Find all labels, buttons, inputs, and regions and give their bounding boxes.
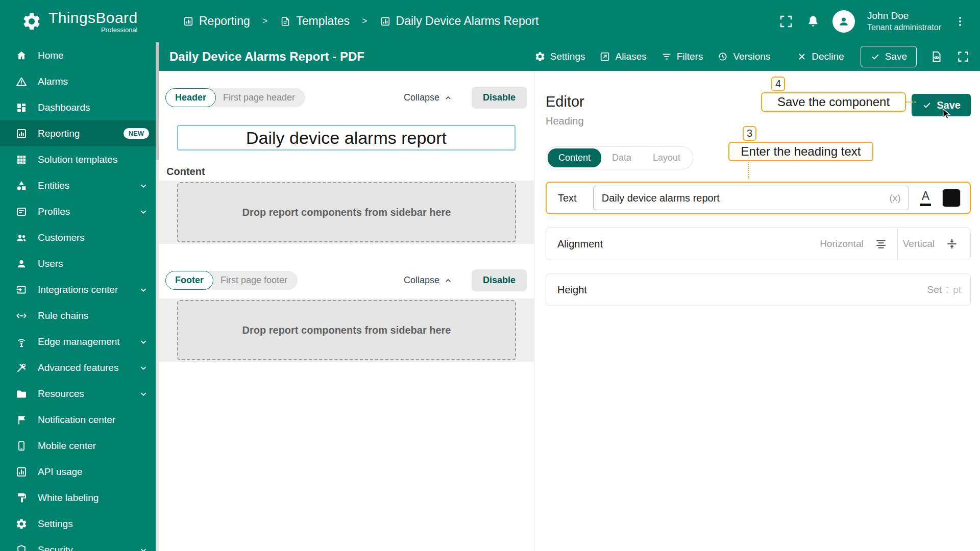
sidebar-item-integrations-center[interactable]: Integrations center bbox=[0, 277, 159, 303]
decline-button[interactable]: Decline bbox=[791, 47, 850, 66]
report-toolbar: Daily Device Alarms Report - PDF Setting… bbox=[159, 42, 980, 71]
versions-button[interactable]: Versions bbox=[711, 47, 776, 66]
footer-dropzone-band: Drop report components from sidebar here bbox=[159, 298, 534, 362]
sidebar-item-edge-management[interactable]: Edge management bbox=[0, 329, 159, 355]
color-swatch[interactable] bbox=[942, 189, 961, 207]
step-4-chip: 4 bbox=[771, 77, 785, 91]
category-icon bbox=[15, 180, 28, 192]
toolbar-save-button[interactable]: Save bbox=[861, 46, 917, 67]
settings-button[interactable]: Settings bbox=[528, 47, 592, 66]
chevron-down-icon bbox=[138, 388, 149, 399]
breadcrumb-label: Templates bbox=[296, 14, 350, 28]
step-4-connector bbox=[906, 102, 916, 103]
sidebar-item-alarms[interactable]: Alarms bbox=[0, 68, 159, 94]
footer-section-badge[interactable]: Footer bbox=[165, 271, 213, 290]
tab-layout[interactable]: Layout bbox=[642, 148, 691, 167]
tools-icon bbox=[15, 362, 28, 374]
font-color-button[interactable]: A bbox=[920, 190, 931, 206]
text-setting-card: Text (x) A bbox=[546, 182, 971, 214]
filters-button[interactable]: Filters bbox=[655, 47, 709, 66]
breadcrumb-item-current-report[interactable]: Daily Device Alarms Report bbox=[380, 14, 539, 28]
sidebar-item-reporting[interactable]: Reporting NEW bbox=[0, 120, 159, 146]
sidebar-scrollbar[interactable] bbox=[156, 42, 159, 551]
sidebar-item-security[interactable]: Security bbox=[0, 537, 159, 551]
fullscreen-button[interactable] bbox=[778, 14, 794, 29]
alignment-label: Alignment bbox=[557, 238, 603, 250]
sidebar-item-label: Security bbox=[38, 544, 73, 551]
sidebar-item-label: Advanced features bbox=[38, 362, 118, 373]
user-avatar[interactable] bbox=[832, 10, 855, 33]
content-dropzone[interactable]: Drop report components from sidebar here bbox=[177, 182, 516, 242]
more-menu-button[interactable] bbox=[953, 15, 967, 28]
content-section-label: Content bbox=[166, 166, 534, 178]
step-3-connector bbox=[748, 162, 749, 179]
footer-disable-button[interactable]: Disable bbox=[472, 269, 527, 291]
user-info[interactable]: John Doe Tenant administrator bbox=[867, 10, 941, 33]
flag-icon bbox=[15, 414, 28, 426]
user-name: John Doe bbox=[867, 10, 941, 22]
heading-canvas-input[interactable] bbox=[177, 125, 516, 151]
brand-logo[interactable]: ThingsBoard Professional bbox=[0, 9, 159, 34]
sidebar-item-rule-chains[interactable]: Rule chains bbox=[0, 303, 159, 329]
home-icon bbox=[15, 49, 28, 62]
sidebar-item-label: White labeling bbox=[38, 492, 99, 504]
toolbar-actions: Settings Aliases Filters Versions Declin… bbox=[528, 46, 970, 67]
vertical-label: Vertical bbox=[903, 238, 935, 249]
divider bbox=[897, 228, 898, 260]
gear-icon bbox=[15, 518, 28, 530]
heading-text-input[interactable] bbox=[593, 186, 909, 210]
first-page-header-toggle[interactable]: First page header bbox=[223, 92, 295, 103]
tab-content[interactable]: Content bbox=[548, 148, 601, 167]
sidebar-item-resources[interactable]: Resources bbox=[0, 381, 159, 407]
step-3-chip: 3 bbox=[743, 126, 756, 141]
first-page-footer-toggle[interactable]: First page footer bbox=[220, 275, 287, 286]
sidebar-item-home[interactable]: Home bbox=[0, 42, 159, 68]
sidebar-item-profiles[interactable]: Profiles bbox=[0, 198, 159, 224]
shield-icon bbox=[15, 544, 28, 551]
mouse-cursor-icon bbox=[940, 107, 953, 120]
chevron-up-icon bbox=[443, 276, 453, 286]
header-disable-button[interactable]: Disable bbox=[472, 87, 527, 109]
top-app-bar: ThingsBoard Professional Reporting > Tem… bbox=[0, 0, 980, 42]
chart-icon bbox=[380, 16, 391, 27]
chevron-down-icon bbox=[138, 284, 149, 295]
chart-icon bbox=[15, 466, 28, 478]
vertical-align-button[interactable] bbox=[941, 233, 963, 255]
people-icon bbox=[15, 232, 28, 244]
sidebar-item-settings[interactable]: Settings bbox=[0, 511, 159, 537]
tab-data[interactable]: Data bbox=[601, 148, 642, 167]
header-collapse-button[interactable]: Collapse bbox=[404, 92, 453, 103]
sidebar-item-users[interactable]: Users bbox=[0, 251, 159, 277]
sidebar-item-label: Edge management bbox=[38, 336, 120, 347]
brand-subtitle: Professional bbox=[48, 26, 138, 34]
document-preview-icon bbox=[930, 50, 943, 63]
height-value-input[interactable] bbox=[914, 284, 942, 295]
align-vertical-icon bbox=[945, 237, 959, 251]
sidebar-item-notification-center[interactable]: Notification center bbox=[0, 407, 159, 433]
preview-report-button[interactable] bbox=[930, 50, 943, 63]
sidebar-item-customers[interactable]: Customers bbox=[0, 224, 159, 251]
scrollbar-thumb[interactable] bbox=[156, 42, 159, 160]
function-fx-button[interactable]: (x) bbox=[890, 192, 901, 204]
sidebar-item-white-labeling[interactable]: White labeling bbox=[0, 485, 159, 511]
height-stepper[interactable] bbox=[944, 285, 951, 294]
sidebar-item-api-usage[interactable]: API usage bbox=[0, 459, 159, 485]
notifications-button[interactable] bbox=[806, 14, 820, 29]
breadcrumb-item-reporting[interactable]: Reporting bbox=[183, 14, 250, 28]
sidebar-item-dashboards[interactable]: Dashboards bbox=[0, 94, 159, 120]
sidebar-item-advanced-features[interactable]: Advanced features bbox=[0, 355, 159, 381]
breadcrumb-item-templates[interactable]: Templates bbox=[280, 14, 350, 28]
sidebar-item-label: Profiles bbox=[38, 206, 70, 217]
horizontal-align-button[interactable] bbox=[870, 233, 892, 255]
footer-collapse-button[interactable]: Collapse bbox=[404, 275, 453, 286]
sidebar-item-solution-templates[interactable]: Solution templates bbox=[0, 146, 159, 172]
footer-dropzone[interactable]: Drop report components from sidebar here bbox=[177, 300, 516, 360]
template-icon bbox=[280, 16, 291, 27]
kebab-icon bbox=[953, 15, 967, 28]
editor-fullscreen-button[interactable] bbox=[957, 50, 970, 63]
sidebar-item-entities[interactable]: Entities bbox=[0, 172, 159, 198]
folder-icon bbox=[15, 388, 28, 400]
sidebar-item-mobile-center[interactable]: Mobile center bbox=[0, 433, 159, 459]
aliases-button[interactable]: Aliases bbox=[593, 47, 652, 66]
header-section-badge[interactable]: Header bbox=[165, 88, 216, 107]
